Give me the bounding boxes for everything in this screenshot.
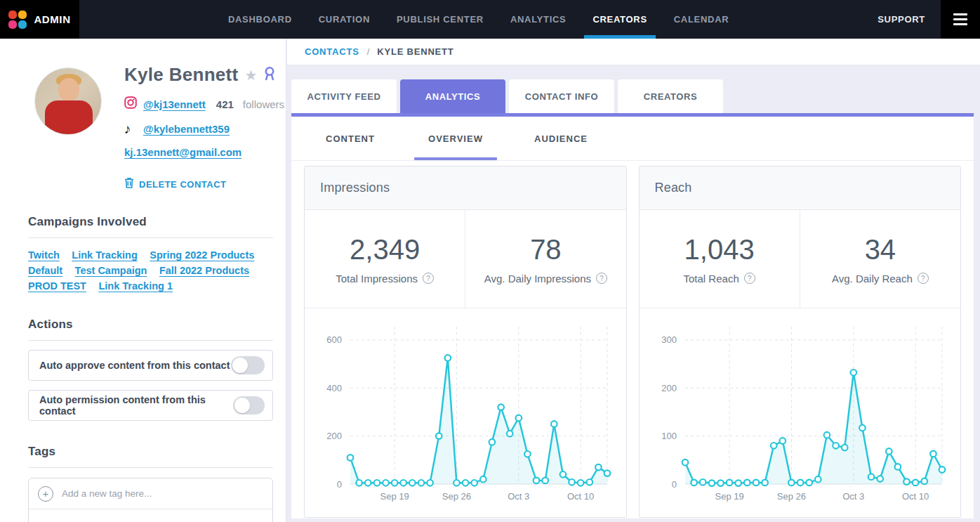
brand[interactable]: ADMIN — [0, 0, 79, 39]
svg-text:Oct 10: Oct 10 — [901, 491, 928, 502]
campaign-link[interactable]: Twitch — [28, 249, 60, 261]
tags-section: Tags + Add a new tag here... — [28, 445, 273, 522]
avg-daily-reach-stat: 34 Avg. Daily Reach? — [800, 210, 960, 308]
instagram-icon — [124, 96, 137, 112]
total-reach-label: Total Reach — [684, 273, 739, 285]
svg-text:Sep 26: Sep 26 — [776, 491, 805, 502]
avatar — [34, 67, 102, 135]
total-impressions-stat: 2,349 Total Impressions? — [305, 210, 465, 308]
auto-permission-row: Auto permission content from this contac… — [28, 390, 273, 421]
nav-item-calendar[interactable]: CALENDAR — [666, 0, 738, 39]
auto-approve-toggle[interactable] — [231, 356, 265, 374]
breadcrumb-contacts-link[interactable]: CONTACTS — [305, 46, 359, 57]
tiktok-icon: ♪ — [124, 122, 137, 136]
tab-contact-info[interactable]: CONTACT INFO — [509, 79, 614, 113]
campaign-link[interactable]: PROD TEST — [28, 280, 86, 292]
svg-text:300: 300 — [661, 334, 677, 345]
tab-analytics[interactable]: ANALYTICS — [400, 79, 505, 113]
actions-title: Actions — [28, 318, 273, 341]
svg-text:600: 600 — [326, 334, 342, 345]
reach-chart: 0100200300Sep 19Sep 26Oct 3Oct 10 — [644, 317, 953, 505]
support-link[interactable]: SUPPORT — [878, 0, 925, 39]
campaign-link[interactable]: Spring 2022 Products — [150, 249, 254, 261]
auto-permission-toggle[interactable] — [233, 396, 265, 415]
contact-email-link[interactable]: kj.13ennett@gmail.com — [124, 146, 241, 158]
svg-text:0: 0 — [671, 479, 676, 490]
subtab-audience[interactable]: AUDIENCE — [508, 117, 614, 160]
reach-card-title: Reach — [655, 181, 692, 195]
analytics-subtabs: CONTENT OVERVIEW AUDIENCE — [291, 117, 974, 161]
contact-tabs: ACTIVITY FEED ANALYTICS CONTACT INFO CRE… — [291, 79, 980, 113]
help-icon[interactable]: ? — [596, 273, 607, 284]
plus-icon: + — [38, 486, 53, 502]
medal-icon — [263, 66, 276, 84]
reach-card: Reach 1,043 Total Reach? 34 Avg. Daily R… — [639, 166, 962, 518]
contact-name: Kyle Bennett — [124, 64, 239, 86]
avg-daily-impressions-label: Avg. Daily Impressions — [484, 273, 591, 285]
help-icon[interactable]: ? — [918, 273, 929, 284]
total-reach-stat: 1,043 Total Reach? — [640, 210, 800, 308]
top-nav: ADMIN DASHBOARD CURATION PUBLISH CENTER … — [0, 0, 980, 39]
analytics-panel: CONTENT OVERVIEW AUDIENCE Impressions 2,… — [291, 113, 974, 518]
breadcrumb-current: KYLE BENNETT — [377, 46, 453, 57]
svg-text:100: 100 — [661, 431, 677, 441]
svg-text:200: 200 — [661, 383, 677, 393]
svg-text:Oct 3: Oct 3 — [508, 491, 529, 502]
help-icon[interactable]: ? — [423, 273, 434, 284]
impressions-chart: 0200400600Sep 19Sep 26Oct 3Oct 10 — [310, 317, 618, 505]
campaign-link[interactable]: Fall 2022 Products — [159, 265, 249, 276]
followers-count: 421 — [216, 98, 234, 110]
svg-text:0: 0 — [337, 479, 342, 490]
campaign-link[interactable]: Default — [28, 265, 62, 276]
tab-activity-feed[interactable]: ACTIVITY FEED — [291, 79, 397, 113]
svg-text:Oct 3: Oct 3 — [842, 491, 864, 502]
subtab-overview[interactable]: OVERVIEW — [403, 117, 508, 160]
campaign-link[interactable]: Link Tracking 1 — [98, 280, 173, 292]
nav-item-creators[interactable]: CREATORS — [584, 0, 655, 39]
delete-contact-button[interactable]: DELETE CONTACT — [124, 177, 284, 191]
nav-links: DASHBOARD CURATION PUBLISH CENTER ANALYT… — [79, 0, 878, 39]
svg-text:Sep 19: Sep 19 — [380, 491, 409, 502]
nav-item-analytics[interactable]: ANALYTICS — [502, 0, 575, 39]
breadcrumb-separator: / — [367, 46, 370, 57]
nav-item-curation[interactable]: CURATION — [310, 0, 378, 39]
main-content: CONTACTS / KYLE BENNETT ACTIVITY FEED AN… — [287, 39, 980, 522]
total-reach-value: 1,043 — [684, 234, 755, 266]
help-icon[interactable]: ? — [744, 273, 755, 284]
svg-text:200: 200 — [326, 431, 342, 441]
avg-daily-impressions-value: 78 — [530, 234, 562, 266]
avg-daily-reach-value: 34 — [865, 234, 896, 266]
impressions-card-title: Impressions — [320, 181, 390, 195]
nav-item-dashboard[interactable]: DASHBOARD — [220, 0, 300, 39]
trash-icon — [124, 177, 134, 191]
avg-daily-reach-label: Avg. Daily Reach — [832, 273, 913, 285]
auto-approve-label: Auto approve content from this contact — [39, 360, 230, 371]
tags-title: Tags — [28, 445, 273, 468]
actions-section: Actions Auto approve content from this c… — [28, 318, 273, 421]
hamburger-menu-icon[interactable] — [941, 0, 980, 39]
star-icon[interactable]: ★ — [245, 68, 258, 82]
impressions-card: Impressions 2,349 Total Impressions? 78 … — [304, 166, 627, 518]
brand-label: ADMIN — [34, 13, 70, 25]
subtab-content[interactable]: CONTENT — [298, 117, 403, 160]
instagram-handle-link[interactable]: @kj13ennett — [143, 98, 206, 110]
svg-text:Oct 10: Oct 10 — [567, 491, 594, 502]
breadcrumb: CONTACTS / KYLE BENNETT — [287, 39, 980, 65]
tab-creators[interactable]: CREATORS — [618, 79, 723, 113]
nav-item-publish-center[interactable]: PUBLISH CENTER — [388, 0, 492, 39]
app-window: ADMIN DASHBOARD CURATION PUBLISH CENTER … — [0, 0, 980, 522]
profile-section: Kyle Bennett ★ @kj13ennett 421 followers… — [28, 64, 273, 191]
svg-text:400: 400 — [326, 383, 342, 393]
campaigns-section: Campaigns Involved Twitch Link Tracking … — [28, 215, 273, 294]
add-tag-input[interactable]: + Add a new tag here... — [29, 478, 272, 509]
avg-daily-impressions-stat: 78 Avg. Daily Impressions? — [465, 210, 625, 308]
campaigns-title: Campaigns Involved — [28, 215, 273, 238]
app-logo-icon — [8, 11, 27, 29]
tiktok-handle-link[interactable]: @kylebennett359 — [143, 123, 230, 135]
contact-sidebar: Kyle Bennett ★ @kj13ennett 421 followers… — [0, 39, 286, 522]
campaign-link[interactable]: Link Tracking — [72, 249, 137, 261]
campaign-link[interactable]: Test Campaign — [75, 265, 147, 276]
add-tag-placeholder: Add a new tag here... — [62, 488, 152, 499]
auto-approve-row: Auto approve content from this contact — [28, 350, 273, 381]
tags-box: + Add a new tag here... — [28, 478, 273, 522]
